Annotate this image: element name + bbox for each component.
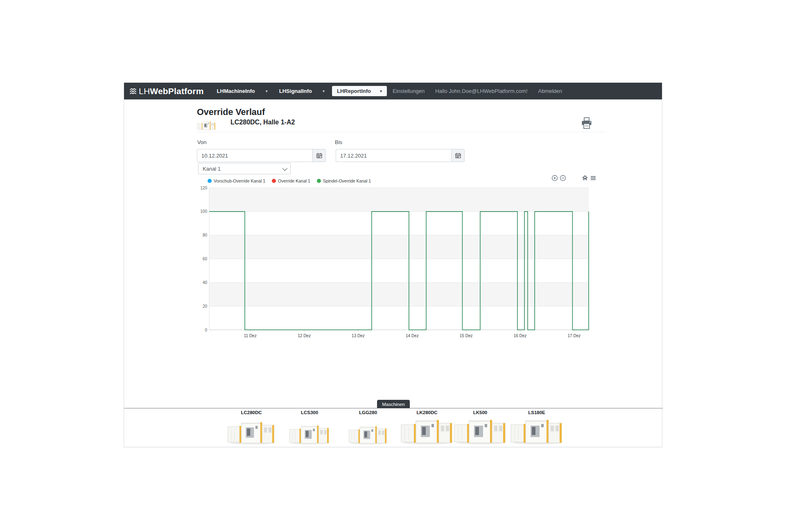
caret-down-icon: ▾ <box>323 89 325 93</box>
nav-item-label: LHMachineInfo <box>217 88 255 94</box>
bis-input-group <box>336 149 465 162</box>
bis-calendar-button[interactable] <box>451 149 465 162</box>
von-input-group <box>197 149 326 162</box>
caret-down-icon: ▾ <box>380 89 382 93</box>
chart-legend: Vorschub-Override Kanal 1Override Kanal … <box>208 178 371 183</box>
svg-text:15 Dez: 15 Dez <box>460 334 473 338</box>
chart-canvas[interactable]: 02040608010012011 Dez12 Dez13 Dez14 Dez1… <box>197 185 594 345</box>
svg-text:13 Dez: 13 Dez <box>352 334 365 338</box>
nav-menu: LHMachineInfo▾LHSignalInfo▾LHReportInfo▾ <box>213 86 387 97</box>
home-reset-icon[interactable] <box>582 175 588 181</box>
machine-card-label: LK500 <box>449 410 511 415</box>
legend-dot-icon <box>272 179 276 183</box>
printer-icon <box>581 117 592 129</box>
channel-select[interactable]: Kanal 1 <box>198 163 291 174</box>
print-button[interactable] <box>581 117 592 129</box>
bis-date-input[interactable] <box>336 149 451 162</box>
machine-thumbnail-image <box>227 416 276 444</box>
machine-card-ls180e[interactable]: LS180E <box>508 410 565 446</box>
svg-text:14 Dez: 14 Dez <box>406 334 419 338</box>
calendar-icon <box>316 153 322 158</box>
nav-link-abmelden[interactable]: Abmelden <box>538 88 562 94</box>
svg-text:12 Dez: 12 Dez <box>298 334 311 338</box>
machine-card-lk500[interactable]: LK500 <box>449 410 511 446</box>
brand-logo-link[interactable]: LHWebPlatform <box>129 86 204 96</box>
machine-subtitle: LC280DC, Halle 1-A2 <box>230 119 295 126</box>
machine-card-label: LCS300 <box>289 410 330 415</box>
nav-right-links: EinstellungenHallo John.Doe@LHWebPlatfor… <box>393 88 562 94</box>
legend-dot-icon <box>208 179 212 183</box>
machine-thumbnail-image <box>449 416 511 444</box>
svg-text:20: 20 <box>203 304 208 309</box>
channel-select-value: Kanal 1 <box>203 166 221 172</box>
chevron-down-icon <box>282 165 288 171</box>
svg-text:11 Dez: 11 Dez <box>244 334 257 338</box>
zoom-out-icon[interactable] <box>560 175 566 181</box>
brand-waves-icon <box>129 87 137 95</box>
bis-label: Bis <box>335 139 342 145</box>
machine-card-label: LK280DC <box>396 410 458 415</box>
machine-thumbnail-image <box>396 416 458 444</box>
hamburger-menu-icon[interactable] <box>590 175 596 181</box>
machine-thumbnail-image <box>348 416 388 444</box>
machine-card-lgg280[interactable]: LGG280 <box>348 410 388 446</box>
nav-item-label: LHSignalInfo <box>279 88 312 94</box>
svg-text:17 Dez: 17 Dez <box>568 334 581 338</box>
zoom-in-icon[interactable] <box>551 175 558 181</box>
legend-dot-icon <box>317 179 321 183</box>
svg-text:0: 0 <box>205 328 207 332</box>
navbar: LHWebPlatform LHMachineInfo▾LHSignalInfo… <box>124 83 662 99</box>
von-calendar-button[interactable] <box>312 149 326 162</box>
legend-label: Spindel-Override Kanal 1 <box>323 178 371 183</box>
nav-link-einstellungen[interactable]: Einstellungen <box>393 88 425 94</box>
caret-down-icon: ▾ <box>266 89 268 93</box>
von-label: Von <box>197 139 206 145</box>
legend-label: Vorschub-Override Kanal 1 <box>214 178 265 183</box>
header-divider <box>197 132 606 132</box>
machine-card-lcs300[interactable]: LCS300 <box>289 410 330 446</box>
machine-thumbnail-image <box>289 416 330 444</box>
svg-text:40: 40 <box>203 280 208 285</box>
nav-item-lhsignalinfo[interactable]: LHSignalInfo▾ <box>275 86 329 97</box>
svg-text:60: 60 <box>203 257 208 261</box>
svg-text:100: 100 <box>200 209 207 214</box>
von-date-input[interactable] <box>197 149 312 162</box>
machine-card-label: LGG280 <box>348 410 388 415</box>
override-chart[interactable]: 02040608010012011 Dez12 Dez13 Dez14 Dez1… <box>197 185 594 345</box>
app-window: LHWebPlatform LHMachineInfo▾LHSignalInfo… <box>124 83 662 447</box>
machine-thumbnail-image <box>508 416 565 444</box>
nav-item-lhmachineinfo[interactable]: LHMachineInfo▾ <box>213 86 272 97</box>
machine-thumbnail-icon <box>197 115 216 130</box>
machines-panel-border <box>124 408 663 408</box>
tab-maschinen[interactable]: Maschinen <box>377 400 410 408</box>
machine-card-label: LC280DC <box>227 410 276 415</box>
brand-text: LHWebPlatform <box>139 86 204 96</box>
nav-item-label: LHReportInfo <box>337 88 371 94</box>
nav-item-lhreportinfo[interactable]: LHReportInfo▾ <box>332 86 387 96</box>
svg-text:16 Dez: 16 Dez <box>514 334 527 338</box>
calendar-icon <box>455 153 461 158</box>
svg-text:80: 80 <box>203 233 208 237</box>
legend-item[interactable]: Override Kanal 1 <box>272 178 310 183</box>
nav-user-greeting[interactable]: Hallo John.Doe@LHWebPlatform.com! <box>435 88 527 94</box>
legend-item[interactable]: Vorschub-Override Kanal 1 <box>208 178 265 183</box>
svg-text:120: 120 <box>200 186 207 190</box>
machine-card-lk280dc[interactable]: LK280DC <box>396 410 458 446</box>
chart-toolbar <box>550 175 596 181</box>
legend-label: Override Kanal 1 <box>278 178 310 183</box>
machine-card-label: LS180E <box>508 410 565 415</box>
legend-item[interactable]: Spindel-Override Kanal 1 <box>317 178 371 183</box>
machine-card-lc280dc[interactable]: LC280DC <box>227 410 276 446</box>
